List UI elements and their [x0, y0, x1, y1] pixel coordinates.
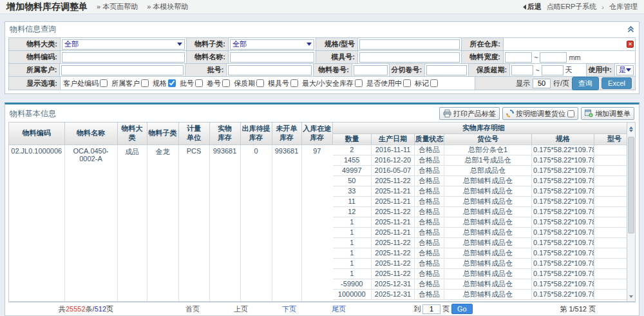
in-use-select[interactable]: 是 — [616, 65, 634, 75]
mold-no-label: 模具号: — [316, 51, 358, 63]
detail-column-header[interactable]: 质量状态 — [415, 133, 444, 144]
column-header[interactable]: 入库在途 库存 — [301, 123, 332, 144]
display-option-checkbox[interactable] — [256, 79, 264, 87]
search-button[interactable]: 查询 — [572, 77, 599, 90]
go-button[interactable]: Go — [451, 304, 473, 314]
batch-no-input[interactable] — [228, 65, 312, 75]
detail-cell: 总部成品仓 — [444, 165, 532, 175]
detail-cell: 1 — [333, 217, 372, 227]
detail-cell: 合格品 — [415, 175, 444, 186]
detail-cell: 0.175*58.22*109.78 — [532, 227, 594, 237]
goto-page-input[interactable] — [422, 304, 440, 314]
display-option-checkbox[interactable] — [168, 79, 176, 87]
print-product-label-button[interactable]: 打印产品标签 — [439, 107, 500, 120]
detail-column-header[interactable]: 货位号 — [444, 133, 532, 144]
column-header[interactable]: 出库待提 库存 — [240, 123, 272, 144]
detail-row[interactable]: 12025-11-22合格品总部辅料成品仓0.175*58.22*109.78 — [333, 258, 627, 268]
pagesize-input[interactable] — [533, 79, 551, 88]
column-header[interactable]: 物料子类 — [147, 123, 178, 144]
warehouse-input[interactable] — [505, 39, 627, 50]
detail-column-header[interactable]: 数量 — [333, 133, 372, 144]
detail-cell: 2025-11-22 — [372, 258, 415, 268]
module-help-link[interactable]: » 本模块帮助 — [147, 2, 188, 12]
detail-row[interactable]: 122025-11-22合格品总部辅料成品仓0.175*58.22*109.78 — [333, 206, 627, 217]
adjust-location-by-detail-button[interactable]: 按明细调整货位 — [502, 107, 578, 120]
last-page-link[interactable]: 尾页 — [332, 304, 346, 314]
spec-model-input[interactable] — [359, 39, 460, 50]
prev-page-link[interactable]: 上页 — [234, 304, 248, 314]
display-option-checkbox[interactable] — [100, 79, 108, 87]
material-base-data-row[interactable]: 02.JL0.1000006OCA.0450-0002-A成品金龙PCS9936… — [9, 144, 332, 301]
detail-row[interactable]: 12025-11-22合格品总部辅料成品仓0.175*58.22*109.78 — [333, 237, 627, 248]
detail-scrollbar[interactable] — [627, 123, 635, 301]
material-width-max-input[interactable] — [540, 52, 567, 63]
detail-row[interactable]: 14552016-12-20合格品总部1号成品仓0.175*58.22*109.… — [333, 155, 627, 165]
detail-cell: 0.175*58.22*109.78 — [532, 279, 594, 289]
page-help-link[interactable]: » 本页面帮助 — [97, 2, 138, 12]
display-option-checkbox[interactable] — [290, 79, 298, 87]
excel-button[interactable]: Excel — [601, 77, 632, 89]
add-adjustment-button[interactable]: 增加调整单 — [581, 107, 634, 120]
breadcrumb-system[interactable]: 点晴ERP子系统 — [547, 2, 597, 12]
detail-cell: 2025-11-22 — [372, 237, 415, 248]
detail-row[interactable]: 12025-11-21合格品总部辅料成品仓0.175*58.22*109.78 — [333, 217, 627, 227]
detail-cell: 0.175*58.22*109.78 — [532, 237, 594, 248]
detail-cell: 总部辅料成品仓 — [444, 196, 532, 206]
roll-no-label: 物料卷号: — [314, 64, 352, 76]
detail-row[interactable]: 12025-11-21合格品总部辅料成品仓0.175*58.22*109.78 — [333, 227, 627, 237]
column-header[interactable]: 物料编码 — [9, 123, 64, 144]
detail-column-header[interactable]: 型号 — [594, 133, 627, 144]
detail-row[interactable]: 112025-11-21合格品总部辅料成品仓0.175*58.22*109.78 — [333, 196, 627, 206]
chevron-down-icon — [626, 68, 631, 72]
display-option-checkbox[interactable] — [355, 79, 363, 87]
shelf-overdue-min-input[interactable] — [511, 65, 533, 75]
shelf-overdue-max-input[interactable] — [542, 65, 564, 75]
detail-row[interactable]: 499972016-05-07合格品总部成品仓0.175*58.22*109.7… — [333, 165, 627, 175]
display-option-checkbox[interactable] — [403, 79, 411, 87]
warehouse-clear-icon[interactable]: ✕ — [627, 41, 634, 48]
breadcrumb-module[interactable]: 仓库管理 — [609, 2, 638, 12]
detail-column-header[interactable]: 生产日期 — [372, 133, 415, 144]
detail-row[interactable]: 332025-11-21合格品总部辅料成品仓0.175*58.22*109.78 — [333, 186, 627, 196]
detail-row[interactable]: -599002025-12-31合格品总部辅料成品仓0.175*58.22*10… — [333, 279, 627, 289]
display-option-checkbox[interactable] — [141, 79, 149, 87]
material-width-label: 物料宽度: — [462, 51, 504, 63]
scrollbar-thumb[interactable] — [628, 137, 634, 233]
scroll-up-icon[interactable] — [627, 123, 635, 135]
material-category-select[interactable]: 全部 — [62, 39, 185, 50]
detail-row[interactable]: 12025-11-22合格品总部辅料成品仓0.175*58.22*109.78 — [333, 268, 627, 279]
column-header[interactable]: 物料大类 — [117, 123, 147, 144]
adjust-location-by-detail-checkbox[interactable] — [567, 110, 574, 117]
detail-row[interactable]: 502025-11-22合格品总部辅料成品仓0.175*58.22*109.78 — [333, 175, 627, 186]
goto-suffix: 页 — [442, 304, 450, 314]
column-header[interactable]: 未开单 库存 — [272, 123, 301, 144]
material-name-input[interactable] — [230, 52, 314, 63]
detail-row[interactable]: 12025-11-22合格品总部辅料成品仓0.175*58.22*109.78 — [333, 248, 627, 258]
material-code-input[interactable] — [62, 52, 185, 63]
detail-cell: 总部辅料成品仓 — [444, 289, 532, 299]
column-header[interactable]: 物料名称 — [64, 123, 117, 144]
next-page-link[interactable]: 下页 — [282, 304, 296, 314]
display-option-checkbox[interactable] — [222, 79, 230, 87]
chevron-down-icon — [177, 43, 182, 46]
detail-row[interactable]: 10000002025-12-31合格品总部辅料成品仓0.175*58.22*1… — [333, 289, 627, 299]
roll-no-input[interactable] — [354, 65, 388, 75]
mold-no-input[interactable] — [359, 52, 460, 63]
shelf-overdue-label: 保质超期: — [469, 64, 511, 76]
collapse-panel-icon[interactable] — [627, 26, 634, 33]
column-header[interactable]: 实物 库存 — [209, 123, 240, 144]
slit-roll-no-input[interactable] — [426, 65, 467, 75]
detail-column-header[interactable]: 规格 — [532, 133, 594, 144]
display-option-checkbox[interactable] — [430, 79, 438, 87]
material-query-panel: 物料信息查询 物料大类: 全部 物料子类: 全部 规格/型号 — [5, 21, 639, 94]
scroll-down-icon[interactable] — [627, 291, 635, 301]
material-subcategory-select[interactable]: 全部 — [230, 39, 314, 50]
detail-cell: 合格品 — [415, 248, 444, 258]
material-width-min-input[interactable] — [505, 52, 532, 63]
back-button[interactable]: 后退 — [523, 2, 542, 12]
display-option-checkbox[interactable] — [195, 79, 203, 87]
first-page-link[interactable]: 首页 — [185, 304, 200, 314]
detail-row[interactable]: 22016-11-11合格品总部分条仓10.175*58.22*109.78 — [333, 144, 627, 155]
column-header[interactable]: 计量 单位 — [178, 123, 209, 144]
customer-input[interactable] — [61, 65, 184, 75]
